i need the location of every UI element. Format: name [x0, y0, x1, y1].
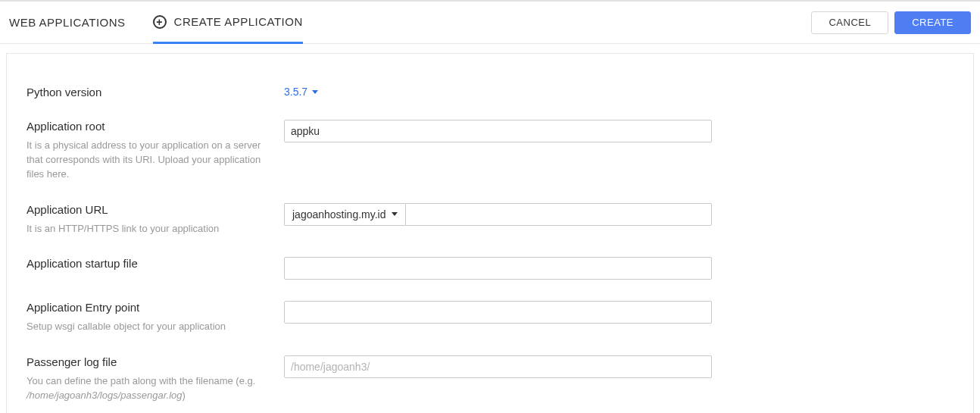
- help-application-url: It is an HTTP/HTTPS link to your applica…: [27, 222, 266, 236]
- domain-value: jagoanhosting.my.id: [292, 208, 385, 221]
- row-application-url: Application URL It is an HTTP/HTTPS link…: [27, 203, 953, 236]
- application-url-domain-select[interactable]: jagoanhosting.my.id: [284, 203, 405, 226]
- help-entry-point: Setup wsgi callable object for your appl…: [27, 320, 266, 334]
- tab-label: WEB APPLICATIONS: [9, 16, 126, 29]
- caret-down-icon: [312, 90, 318, 94]
- label-application-root: Application root: [27, 120, 266, 133]
- tab-label: CREATE APPLICATION: [174, 15, 303, 28]
- application-url-group: jagoanhosting.my.id: [284, 203, 712, 226]
- startup-file-input[interactable]: [284, 257, 712, 280]
- help-text: ): [183, 390, 186, 401]
- label-application-url: Application URL: [27, 203, 266, 216]
- passenger-log-input[interactable]: [284, 355, 712, 378]
- header-actions: CANCEL CREATE: [811, 11, 971, 34]
- create-button[interactable]: CREATE: [894, 11, 971, 34]
- row-entry-point: Application Entry point Setup wsgi calla…: [27, 301, 953, 334]
- row-python-version: Python version 3.5.7: [27, 86, 953, 99]
- caret-down-icon: [392, 212, 398, 216]
- help-application-root: It is a physical address to your applica…: [27, 139, 266, 182]
- application-url-path-input[interactable]: [405, 203, 712, 226]
- cancel-button[interactable]: CANCEL: [811, 11, 888, 34]
- plus-circle-icon: +: [153, 15, 167, 29]
- row-startup-file: Application startup file: [27, 257, 953, 280]
- tab-web-applications[interactable]: WEB APPLICATIONS: [9, 2, 126, 43]
- label-passenger-log: Passenger log file: [27, 355, 266, 368]
- top-bar: WEB APPLICATIONS + CREATE APPLICATION CA…: [0, 0, 980, 44]
- application-root-input[interactable]: [284, 120, 712, 142]
- tabs: WEB APPLICATIONS + CREATE APPLICATION: [9, 2, 303, 43]
- row-application-root: Application root It is a physical addres…: [27, 120, 953, 182]
- tab-create-application[interactable]: + CREATE APPLICATION: [153, 2, 303, 44]
- label-python-version: Python version: [27, 86, 266, 99]
- form-panel: Python version 3.5.7 Application root It…: [6, 53, 974, 413]
- python-version-dropdown[interactable]: 3.5.7: [284, 86, 318, 98]
- python-version-value: 3.5.7: [284, 86, 307, 98]
- help-text: You can define the path along with the f…: [27, 375, 255, 386]
- help-passenger-log: You can define the path along with the f…: [27, 374, 266, 403]
- help-example: /home/jagoanh3/logs/passengar.log: [27, 390, 183, 401]
- label-entry-point: Application Entry point: [27, 301, 266, 314]
- label-startup-file: Application startup file: [27, 257, 266, 270]
- row-passenger-log: Passenger log file You can define the pa…: [27, 355, 953, 403]
- entry-point-input[interactable]: [284, 301, 712, 324]
